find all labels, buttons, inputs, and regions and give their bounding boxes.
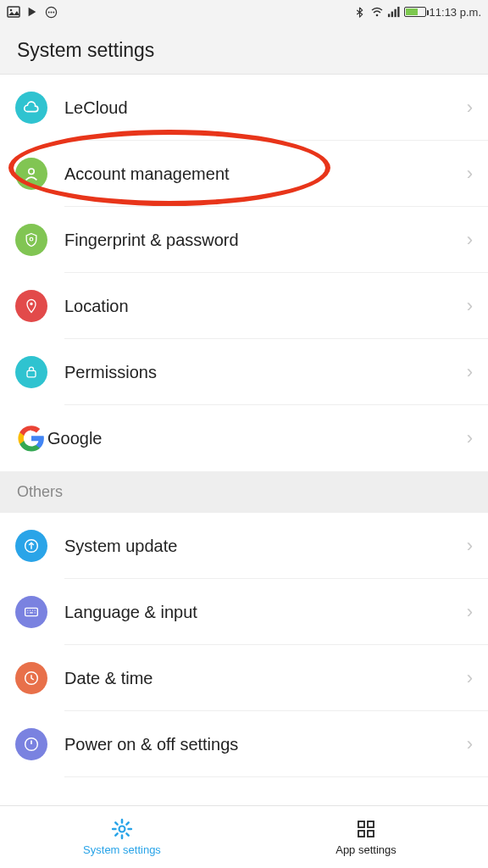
svg-rect-22 — [358, 831, 364, 837]
chevron-right-icon: › — [467, 163, 473, 185]
play-notif-icon — [25, 5, 39, 19]
item-label: Google — [47, 429, 467, 448]
item-system-update[interactable]: System update › — [0, 513, 488, 579]
item-fingerprint-password[interactable]: Fingerprint & password › — [0, 207, 488, 273]
svg-rect-20 — [358, 821, 364, 827]
page-title: System settings — [17, 39, 471, 62]
section-header-others: Others — [0, 471, 488, 513]
bottom-nav: System settings App settings — [0, 805, 488, 868]
chevron-right-icon: › — [467, 229, 473, 251]
svg-rect-23 — [368, 831, 374, 837]
svg-point-12 — [30, 237, 33, 241]
google-g-icon — [15, 422, 47, 454]
signal-icon — [387, 5, 401, 19]
status-time: 11:13 p.m. — [430, 6, 481, 19]
status-right: 11:13 p.m. — [353, 5, 481, 19]
item-power-settings[interactable]: Power on & off settings › — [0, 711, 488, 777]
svg-point-19 — [119, 826, 125, 832]
svg-rect-10 — [397, 6, 399, 16]
svg-point-4 — [50, 11, 52, 13]
item-permissions[interactable]: Permissions › — [0, 339, 488, 405]
battery-icon — [404, 7, 426, 17]
chevron-right-icon: › — [467, 601, 473, 623]
item-location[interactable]: Location › — [0, 273, 488, 339]
settings-list: LeCloud › Account management › Fingerpri… — [0, 75, 488, 810]
gear-icon — [111, 818, 133, 840]
item-language-input[interactable]: Language & input › — [0, 579, 488, 645]
item-label: Permissions — [64, 363, 467, 382]
tab-label: App settings — [336, 843, 396, 856]
location-pin-icon — [15, 290, 47, 322]
svg-rect-8 — [391, 11, 393, 17]
svg-point-11 — [29, 169, 34, 174]
item-date-time[interactable]: Date & time › — [0, 645, 488, 711]
clock-icon — [15, 662, 47, 694]
keyboard-icon — [15, 596, 47, 628]
svg-point-1 — [10, 9, 13, 12]
svg-point-3 — [47, 11, 49, 13]
chevron-right-icon: › — [467, 361, 473, 383]
svg-point-5 — [53, 11, 54, 13]
item-google[interactable]: Google › — [0, 405, 488, 471]
tab-label: System settings — [83, 843, 161, 856]
tab-system-settings[interactable]: System settings — [0, 806, 244, 868]
item-label: Language & input — [64, 603, 467, 622]
svg-rect-0 — [8, 7, 19, 17]
item-label: Power on & off settings — [64, 735, 467, 754]
grid-icon — [355, 818, 377, 840]
item-label: Account management — [64, 164, 467, 184]
update-icon — [15, 530, 47, 562]
item-lecloud[interactable]: LeCloud › — [0, 75, 488, 141]
lock-icon — [15, 356, 47, 388]
status-bar: 11:13 p.m. — [0, 0, 488, 24]
chevron-right-icon: › — [467, 733, 473, 755]
item-label: Location — [64, 297, 467, 316]
page-header: System settings — [0, 24, 488, 75]
chevron-right-icon: › — [467, 427, 473, 449]
svg-rect-14 — [27, 370, 36, 377]
image-notif-icon — [7, 5, 20, 19]
chevron-right-icon: › — [467, 535, 473, 557]
tab-app-settings[interactable]: App settings — [244, 806, 488, 868]
bluetooth-icon — [353, 5, 367, 19]
cloud-icon — [15, 92, 47, 124]
svg-rect-7 — [388, 14, 390, 17]
power-icon — [15, 728, 47, 760]
svg-rect-16 — [25, 608, 38, 615]
chevron-right-icon: › — [467, 295, 473, 317]
chevron-right-icon: › — [467, 667, 473, 689]
item-label: Fingerprint & password — [64, 231, 467, 250]
item-account-management[interactable]: Account management › — [0, 141, 488, 207]
more-notif-icon — [44, 5, 58, 19]
svg-rect-21 — [368, 821, 374, 827]
svg-rect-9 — [395, 8, 396, 16]
chevron-right-icon: › — [467, 97, 473, 119]
item-label: System update — [64, 537, 467, 556]
status-left — [7, 5, 58, 19]
person-icon — [15, 158, 47, 190]
item-label: Date & time — [64, 669, 467, 688]
shield-icon — [15, 224, 47, 256]
svg-point-6 — [375, 14, 378, 17]
wifi-icon — [370, 5, 384, 19]
svg-point-13 — [30, 303, 32, 305]
item-label: LeCloud — [64, 98, 467, 118]
